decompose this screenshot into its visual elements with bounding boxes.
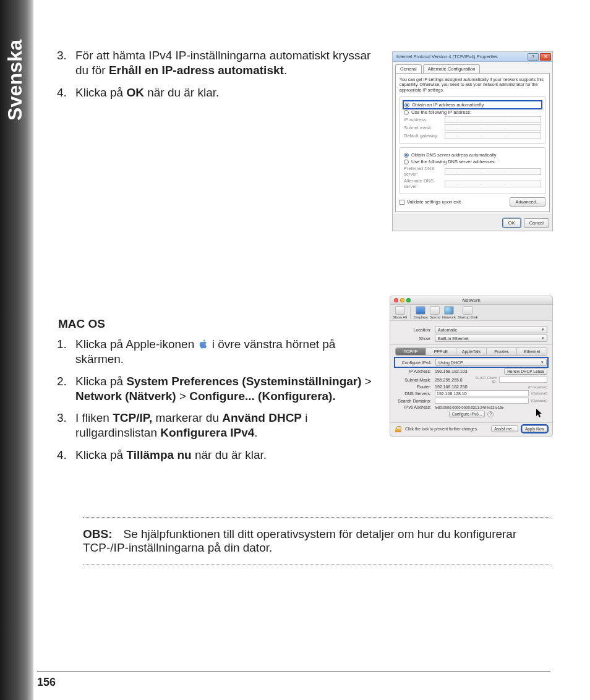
note-label: OBS: (83, 527, 113, 540)
tab-alternate[interactable]: Alternate Configuration (423, 64, 481, 73)
field-value: 192.168.182.103 (435, 369, 504, 373)
zoom-icon[interactable] (406, 298, 411, 302)
text: Klicka på (75, 86, 126, 99)
lock-text: Click the lock to prevent further change… (405, 427, 487, 431)
mac-step-1: 1. Klicka på Apple-ikonen i övre vänstra… (75, 337, 372, 367)
lock-icon[interactable] (395, 426, 401, 432)
close-button[interactable]: ✕ (540, 53, 551, 61)
router-row: Router:192.168.182.250(If required) (395, 385, 547, 389)
dns-input[interactable]: 192.168.128.10 (435, 390, 529, 396)
text: markerar du (152, 411, 222, 424)
field-label: Subnet Mask: (395, 378, 435, 382)
text-bold: Erhåll en IP-adress automatiskt (109, 64, 284, 77)
tab-proxies[interactable]: Proxies (487, 348, 517, 355)
grid-icon (395, 306, 405, 315)
toolbar-network[interactable]: Network (442, 306, 456, 319)
toolbar-displays[interactable]: Displays (414, 306, 428, 319)
help-button[interactable]: ? (528, 53, 539, 61)
ip-input[interactable]: ... (445, 181, 541, 187)
toolbar-label: Show All (393, 315, 407, 319)
assist-button[interactable]: Assist me... (491, 425, 518, 432)
ip-group: Obtain an IP address automatically Use t… (400, 96, 545, 144)
renew-dhcp-button[interactable]: Renew DHCP Lease (504, 368, 547, 375)
select-value: Built-in Ethernet (438, 336, 469, 341)
mac-body: Location:Automatic▾ Show:Built-in Ethern… (390, 321, 552, 422)
chevron-updown-icon: ▾ (541, 360, 544, 365)
text: Se hjälpfunktionen till ditt operativsys… (83, 527, 516, 554)
divider (390, 344, 552, 345)
list-number: 4. (57, 448, 67, 463)
ip-input[interactable]: ... (445, 132, 541, 139)
toolbar-show-all[interactable]: Show All (393, 306, 407, 319)
text-bold: Network (Nätverk) (75, 390, 176, 403)
chevron-updown-icon: ▾ (542, 336, 544, 341)
text-bold: TCP/IP, (113, 411, 152, 424)
mac-titlebar: Network (390, 296, 552, 305)
list-number: 3. (57, 411, 67, 425)
ip-input[interactable]: ... (445, 168, 541, 175)
field-label: DNS Servers: (395, 391, 435, 396)
configure-ipv4-select[interactable]: Using DHCP▾ (435, 359, 547, 366)
text: när du är klar. (144, 86, 219, 99)
globe-icon (444, 306, 454, 315)
field-label: IP Address: (395, 369, 435, 373)
radio-icon (404, 110, 409, 115)
ip-input[interactable]: ... (445, 116, 541, 123)
ok-button[interactable]: OK (503, 218, 521, 228)
location-row: Location:Automatic▾ (395, 326, 547, 333)
help-icon[interactable]: ? (487, 411, 494, 417)
field-label: Preferred DNS server: (404, 166, 445, 177)
tab-general[interactable]: General (395, 64, 422, 73)
cursor-icon (536, 408, 545, 418)
show-row: Show:Built-in Ethernet▾ (395, 335, 547, 342)
toolbar-startup[interactable]: Startup Disk (458, 306, 478, 319)
window-titlebar: Internet Protocol Version 4 (TCP/IPv4) P… (393, 52, 552, 62)
text-bold: Använd DHCP (222, 411, 302, 424)
ip-address-row: IP Address:192.168.182.103Renew DHCP Lea… (395, 368, 547, 375)
show-select[interactable]: Built-in Ethernet▾ (435, 335, 547, 342)
apple-logo-icon (198, 338, 209, 349)
tab-ethernet[interactable]: Ethernet (517, 348, 547, 355)
field-label: Configure IPv4: (396, 361, 435, 365)
radio-use-ip[interactable]: Use the following IP address: (404, 109, 541, 115)
ipv6-row: IPv6 Address:fe80:0000:0000:0000:0211:24… (395, 405, 547, 409)
close-icon[interactable] (394, 298, 398, 302)
hint-text: (If required) (528, 385, 547, 389)
validate-row: Validate settings upon exit Advanced... (400, 197, 545, 207)
tab-appletalk[interactable]: AppleTalk (456, 348, 487, 355)
radio-obtain-dns-auto[interactable]: Obtain DNS server address automatically (404, 152, 541, 158)
list-number: 2. (57, 374, 67, 389)
cancel-button[interactable]: Cancel (524, 218, 549, 228)
window-title: Internet Protocol Version 4 (TCP/IPv4) P… (396, 54, 526, 59)
disk-icon (463, 306, 472, 315)
radio-obtain-ip-auto[interactable]: Obtain an IP address automatically (404, 101, 541, 108)
field-value: fe80:0000:0000:0000:0211:24ff:fe32:b18e (435, 406, 547, 409)
location-select[interactable]: Automatic▾ (435, 326, 547, 333)
tab-tcpip[interactable]: TCP/IP (396, 348, 426, 355)
configure-ipv6-button[interactable]: Configure IPv6... (449, 411, 485, 417)
text-bold: Configure... (Konfigurera). (189, 390, 335, 403)
text: Klicka på Apple-ikonen (75, 338, 198, 351)
minimize-icon[interactable] (400, 298, 404, 302)
text: Klicka på (75, 448, 126, 461)
window-title: Network (390, 297, 552, 303)
radio-use-dns[interactable]: Use the following DNS server addresses: (404, 159, 541, 164)
ip-address-row: IP address:... (404, 116, 541, 123)
note-block: OBS:Se hjälpfunktionen till ditt operati… (37, 517, 569, 565)
toolbar-sound[interactable]: Sound (430, 306, 440, 319)
select-value: Using DHCP (438, 361, 463, 365)
text-bold: System Preferences (Systeminställningar) (126, 375, 361, 388)
tab-pppoe[interactable]: PPPoE (426, 348, 456, 355)
search-domains-input[interactable] (435, 398, 529, 404)
ip-input[interactable]: ... (445, 124, 541, 131)
list-number: 4. (57, 85, 67, 100)
apply-now-button[interactable]: Apply Now (522, 425, 547, 432)
advanced-button[interactable]: Advanced... (510, 197, 545, 207)
field-label: IPv6 Address: (395, 405, 435, 409)
text-bold: Tillämpa nu (126, 448, 191, 461)
toolbar-label: Displays (414, 315, 428, 319)
dhcp-client-id-input[interactable] (499, 377, 547, 383)
radio-icon (404, 160, 409, 164)
traffic-lights (394, 298, 411, 302)
validate-checkbox[interactable]: Validate settings upon exit (400, 199, 461, 205)
